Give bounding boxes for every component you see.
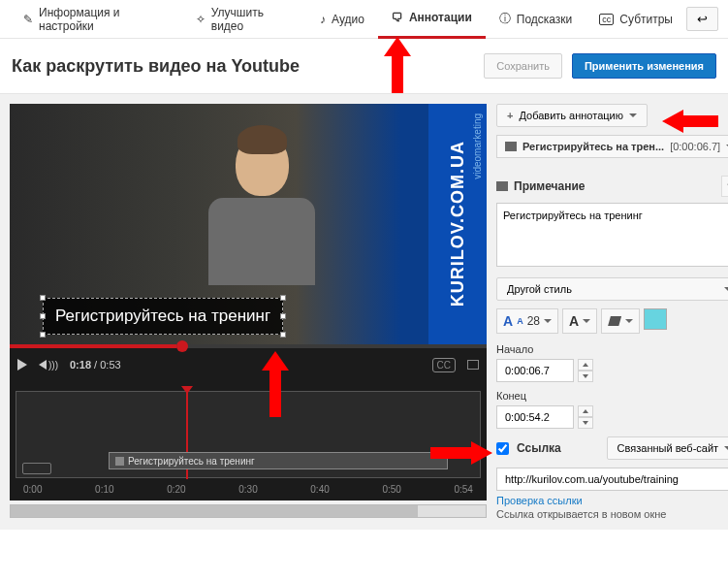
annotation-overlay-text: Регистрируйтесь на тренинг xyxy=(55,307,270,325)
play-button[interactable] xyxy=(17,359,27,371)
play-icon xyxy=(17,359,27,371)
font-size-value: 28 xyxy=(527,314,540,328)
link-url-input[interactable] xyxy=(496,468,728,491)
resize-handle[interactable] xyxy=(280,295,286,301)
scrollbar-thumb[interactable] xyxy=(11,505,418,517)
volume-button[interactable]: ))) xyxy=(39,360,58,371)
total-time: 0:53 xyxy=(100,359,120,371)
person-figure xyxy=(204,133,320,278)
chevron-down-icon xyxy=(583,421,588,425)
text-color-icon: A xyxy=(569,313,579,329)
timeline-clip-label: Регистрируйтесь на тренинг xyxy=(128,456,255,467)
font-size-button[interactable]: A A 28 xyxy=(496,308,558,334)
banner-text: KURILOV.COM.UA xyxy=(448,141,468,307)
annotation-list-item[interactable]: Регистрируйтесь на трен... [0:00:06.7] xyxy=(496,135,728,158)
color-swatch[interactable] xyxy=(644,308,667,330)
cc-toggle[interactable]: CC xyxy=(432,358,456,372)
large-a-icon: A xyxy=(503,313,513,329)
stepper-up[interactable] xyxy=(578,405,593,417)
tab-subtitles[interactable]: cc Субтитры xyxy=(586,0,686,39)
resize-handle[interactable] xyxy=(40,295,46,301)
resize-handle[interactable] xyxy=(40,313,46,319)
save-button[interactable]: Сохранить xyxy=(484,53,562,79)
ruler-tick: 0:40 xyxy=(310,484,329,495)
top-tabs: ✎ Информация и настройки ✧ Улучшить виде… xyxy=(0,0,728,39)
chevron-down-icon xyxy=(629,113,637,117)
tab-cards[interactable]: ⓘ Подсказки xyxy=(486,0,586,39)
resize-handle[interactable] xyxy=(40,332,46,338)
fullscreen-button[interactable] xyxy=(467,360,479,370)
resize-handle[interactable] xyxy=(280,313,286,319)
stepper-up[interactable] xyxy=(578,359,593,371)
add-annotation-button[interactable]: + Добавить аннотацию xyxy=(496,104,648,127)
ruler-tick: 0:00 xyxy=(23,484,42,495)
style-select-label: Другой стиль xyxy=(507,283,572,295)
time-display: 0:18 / 0:53 xyxy=(70,359,121,371)
current-time: 0:18 xyxy=(70,359,91,371)
timeline-ruler: 0:00 0:10 0:20 0:30 0:40 0:50 0:54 xyxy=(16,478,481,495)
chevron-up-icon xyxy=(583,409,588,413)
progress-bar[interactable] xyxy=(10,344,487,348)
style-select[interactable]: Другой стиль xyxy=(496,277,728,301)
info-icon: ⓘ xyxy=(499,11,511,27)
link-type-label: Связанный веб-сайт xyxy=(617,442,719,454)
tab-audio[interactable]: ♪ Аудио xyxy=(306,0,378,39)
stepper-down[interactable] xyxy=(578,371,593,382)
wand-icon: ✧ xyxy=(196,13,206,26)
annotation-item-time: [0:00:06.7] xyxy=(670,141,720,152)
timeline-track[interactable]: Регистрируйтесь на тренинг xyxy=(16,391,481,478)
timeline-clip[interactable]: Регистрируйтесь на тренинг xyxy=(109,452,448,469)
speech-icon xyxy=(115,457,124,466)
pencil-icon: ✎ xyxy=(23,13,33,26)
loop-marker[interactable] xyxy=(22,463,51,474)
link-note: Ссылка открывается в новом окне xyxy=(496,508,728,520)
ruler-tick: 0:20 xyxy=(167,484,185,495)
player-controls: ))) 0:18 / 0:53 CC xyxy=(10,348,487,381)
back-button[interactable]: ↩ xyxy=(686,7,718,31)
bucket-icon xyxy=(608,316,621,326)
note-section-header: Примечание 🗑 xyxy=(496,176,728,197)
chevron-down-icon xyxy=(544,319,552,323)
resize-handle[interactable] xyxy=(280,332,286,338)
tab-annotations[interactable]: 🗨 Аннотации xyxy=(378,0,486,39)
timeline: Регистрируйтесь на тренинг 0:00 0:10 0:2… xyxy=(10,381,487,500)
content: KURILOV.COM.UA videomarketing Регистриру… xyxy=(0,93,728,530)
video-banner: KURILOV.COM.UA videomarketing xyxy=(428,104,487,344)
end-stepper xyxy=(578,405,593,429)
link-label: Ссылка xyxy=(517,441,561,455)
start-stepper xyxy=(578,359,593,382)
timeline-scrollbar[interactable] xyxy=(10,504,487,518)
link-row: Ссылка Связанный веб-сайт xyxy=(496,436,728,460)
speech-icon xyxy=(496,181,508,191)
chevron-down-icon xyxy=(625,319,633,323)
tab-improve-label: Улучшить видео xyxy=(211,6,293,33)
link-type-select[interactable]: Связанный веб-сайт xyxy=(607,436,728,460)
left-column: KURILOV.COM.UA videomarketing Регистриру… xyxy=(10,94,487,520)
add-annotation-label: Добавить аннотацию xyxy=(519,110,623,121)
annotation-text-input[interactable] xyxy=(496,203,728,267)
video-player[interactable]: KURILOV.COM.UA videomarketing Регистриру… xyxy=(10,104,487,344)
text-color-button[interactable]: A xyxy=(562,308,597,334)
ruler-tick: 0:10 xyxy=(95,484,113,495)
page-header: Как раскрутить видео на Youtube Сохранит… xyxy=(0,39,728,93)
start-label: Начало xyxy=(496,343,728,355)
apply-button[interactable]: Применить изменения xyxy=(572,53,716,79)
note-icon: ♪ xyxy=(320,13,326,26)
tab-info[interactable]: ✎ Информация и настройки xyxy=(10,0,182,39)
start-time-input[interactable] xyxy=(496,359,574,382)
annotation-overlay[interactable]: Регистрируйтесь на тренинг xyxy=(43,298,283,335)
speaker-icon xyxy=(39,360,47,370)
start-time-row xyxy=(496,359,728,382)
tab-audio-label: Аудио xyxy=(332,13,364,26)
chevron-up-icon xyxy=(583,363,588,367)
end-time-input[interactable] xyxy=(496,405,574,429)
link-checkbox[interactable] xyxy=(496,442,509,455)
delete-button[interactable]: 🗑 xyxy=(721,176,728,197)
progress-fill xyxy=(10,344,176,348)
ruler-tick: 0:54 xyxy=(454,484,472,495)
stepper-down[interactable] xyxy=(578,417,593,429)
back-arrow-icon: ↩ xyxy=(697,12,708,26)
tab-improve[interactable]: ✧ Улучшить видео xyxy=(182,0,306,39)
fill-color-button[interactable] xyxy=(601,308,640,334)
link-verify[interactable]: Проверка ссылки xyxy=(496,495,728,506)
